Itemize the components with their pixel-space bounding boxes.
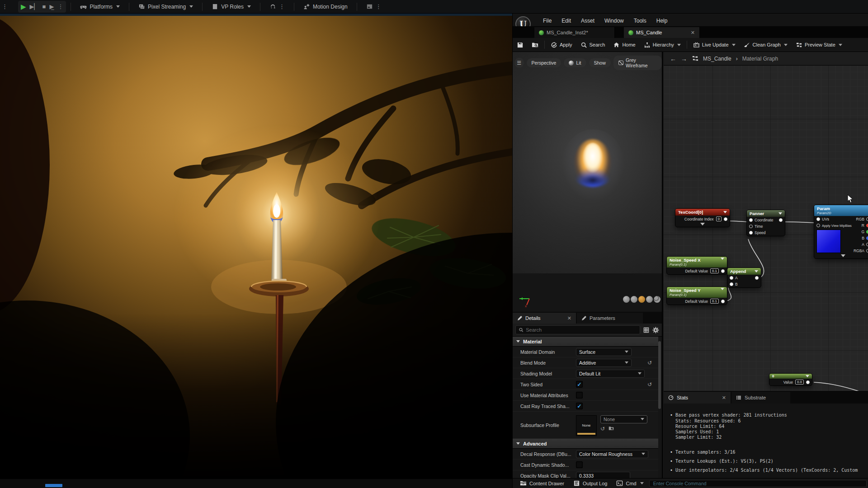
subsurface-profile-thumbnail[interactable]: None: [576, 415, 597, 436]
level-viewport-candle-scene[interactable]: [0, 16, 512, 479]
category-material[interactable]: Material: [513, 337, 658, 347]
details-search-box[interactable]: [515, 325, 640, 334]
output-pin-r[interactable]: [866, 224, 868, 227]
settings-gear-icon[interactable]: [652, 327, 659, 333]
search-button[interactable]: Search: [576, 38, 609, 52]
preview-shape-cube[interactable]: [646, 296, 653, 303]
menu-edit[interactable]: Edit: [557, 16, 575, 25]
output-pin[interactable]: [806, 380, 810, 384]
cast-dynamic-shadow-checkbox[interactable]: [576, 461, 583, 468]
close-details-icon[interactable]: ✕: [567, 315, 571, 321]
node-panner[interactable]: Panner Coordinate Time Speed: [746, 210, 785, 236]
node-texcoord[interactable]: TexCoord[0] Coordinate Index 0: [675, 208, 730, 227]
preview-shape-custom-mesh[interactable]: [654, 296, 660, 303]
texture-preview-thumbnail[interactable]: [816, 230, 841, 253]
node-collapse-icon[interactable]: [778, 212, 782, 215]
menu-asset[interactable]: Asset: [577, 16, 599, 25]
viewer-button[interactable]: ⋮: [362, 0, 386, 14]
details-scrollbar[interactable]: [658, 341, 661, 409]
node-append[interactable]: Append A B: [727, 267, 761, 288]
show-menu[interactable]: Show: [589, 58, 611, 67]
node-texture-param[interactable]: Param Param2D UVsRGB Apply View MipBiasR…: [814, 205, 868, 259]
hierarchy-button[interactable]: Hierarchy: [640, 38, 685, 52]
cast-ray-traced-checkbox[interactable]: ✓: [576, 403, 583, 409]
live-update-button[interactable]: Live Update: [689, 38, 740, 52]
node-collapse-icon[interactable]: [721, 258, 724, 260]
details-search-input[interactable]: [526, 327, 637, 333]
output-pin-b[interactable]: [866, 236, 868, 240]
tab-ms-candle-inst2[interactable]: MS_Candle_Inst2*: [534, 27, 615, 38]
perspective-selector[interactable]: Perspective: [527, 58, 561, 67]
shading-model-dropdown[interactable]: Default Lit: [576, 370, 645, 378]
menu-window[interactable]: Window: [600, 16, 628, 25]
output-pin[interactable]: [779, 218, 783, 222]
save-button[interactable]: [513, 38, 528, 52]
tab-stats[interactable]: Stats ✕: [664, 392, 731, 404]
expand-arrow-icon[interactable]: [700, 223, 705, 225]
tab-substrate[interactable]: Substrate: [731, 392, 790, 404]
preview-shape-sphere[interactable]: [631, 296, 637, 303]
close-stats-icon[interactable]: ✕: [722, 395, 726, 401]
lit-mode-selector[interactable]: Lit: [564, 58, 586, 67]
console-command-box[interactable]: [649, 480, 867, 487]
nav-back-icon[interactable]: ←: [670, 55, 676, 62]
apply-button[interactable]: Apply: [547, 38, 576, 52]
preview-shape-cylinder[interactable]: [623, 296, 630, 303]
wireframe-toggle[interactable]: Grey Wireframe: [613, 56, 662, 70]
viewer-options-icon[interactable]: ⋮: [376, 3, 382, 10]
platforms-menu[interactable]: Platforms: [75, 0, 124, 14]
node-collapse-icon[interactable]: [806, 375, 809, 377]
input-pin-coordinate[interactable]: [749, 218, 753, 222]
vp-roles-menu[interactable]: VP Roles: [207, 0, 255, 14]
tab-details[interactable]: Details ✕: [513, 313, 576, 324]
decal-response-dropdown[interactable]: Color Normal Roughness: [576, 450, 648, 458]
stage-app-button[interactable]: ⋮: [265, 0, 289, 14]
viewport-menu-icon[interactable]: ☰: [514, 58, 524, 68]
input-pin-speed[interactable]: [749, 231, 753, 235]
output-pin-g[interactable]: [866, 230, 868, 234]
use-selected-asset-icon[interactable]: ↺: [600, 426, 605, 432]
tab-parameters[interactable]: Parameters: [577, 313, 643, 324]
tab-ms-candle[interactable]: MS_Candle ✕: [624, 27, 700, 38]
output-pin[interactable]: [724, 217, 727, 221]
close-tab-icon[interactable]: ✕: [691, 30, 695, 36]
default-value[interactable]: 0.1: [710, 299, 719, 304]
material-preview-viewport[interactable]: ☰ Perspective Lit Show Grey Wireframe x: [513, 52, 662, 273]
category-advanced[interactable]: Advanced: [513, 439, 658, 449]
step-button[interactable]: ▶▏: [30, 4, 39, 9]
input-pin-a[interactable]: [730, 276, 733, 280]
output-pin[interactable]: [721, 269, 725, 273]
node-collapse-icon[interactable]: [721, 288, 724, 290]
two-sided-checkbox[interactable]: ✓: [576, 381, 583, 388]
input-pin-uvs[interactable]: [816, 217, 820, 221]
play-options-icon[interactable]: ⋮: [57, 4, 63, 9]
content-drawer-button[interactable]: Content Drawer: [516, 479, 568, 488]
breadcrumb-root[interactable]: MS_Candle: [703, 56, 731, 62]
stage-options-icon[interactable]: ⋮: [279, 3, 285, 10]
node-constant[interactable]: 0 Value 0.0: [769, 373, 812, 386]
default-value[interactable]: 0.1: [710, 268, 719, 273]
menu-file[interactable]: File: [539, 16, 556, 25]
output-pin[interactable]: [721, 300, 725, 303]
advance-button[interactable]: ▶̲: [49, 4, 54, 9]
browse-asset-icon[interactable]: [609, 426, 614, 431]
reset-to-default-icon[interactable]: ↺: [647, 381, 652, 388]
use-material-attributes-checkbox[interactable]: [576, 392, 583, 399]
material-domain-dropdown[interactable]: Surface: [576, 348, 632, 356]
blend-mode-dropdown[interactable]: Additive: [576, 359, 632, 367]
play-button[interactable]: ▶: [21, 3, 26, 10]
preview-state-button[interactable]: Preview State: [792, 38, 846, 52]
clean-graph-button[interactable]: Clean Graph: [740, 38, 792, 52]
motion-design-button[interactable]: Motion Design: [299, 0, 352, 14]
subsurface-profile-dropdown[interactable]: None: [600, 415, 647, 423]
pixel-streaming-menu[interactable]: Pixel Streaming: [134, 0, 198, 14]
nav-forward-icon[interactable]: →: [681, 55, 687, 62]
output-pin[interactable]: [755, 276, 759, 280]
menu-tools[interactable]: Tools: [630, 16, 651, 25]
coordinate-index-value[interactable]: 0: [716, 216, 722, 221]
input-pin-time[interactable]: [749, 225, 753, 228]
cmd-selector[interactable]: Cmd: [613, 479, 647, 488]
output-pin-a[interactable]: [866, 243, 868, 246]
overflow-menu-icon[interactable]: ⋮: [0, 3, 10, 10]
menu-help[interactable]: Help: [652, 16, 672, 25]
